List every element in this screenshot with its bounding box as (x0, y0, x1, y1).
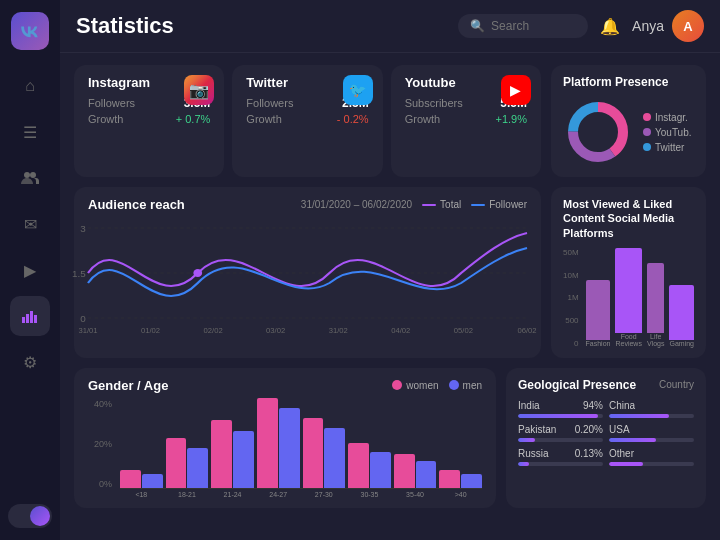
twitter-growth-row: Growth - 0.2% (246, 113, 368, 125)
instagram-growth-row: Growth + 0.7% (88, 113, 210, 125)
gender-legend: women men (392, 380, 482, 391)
geo-china-bar (609, 414, 694, 418)
bar-women-lt18 (120, 470, 141, 488)
audience-reach-card: Audience reach 31/01/2020 – 06/02/2020 T… (74, 187, 541, 358)
most-viewed-card: Most Viewed & Liked Content Social Media… (551, 187, 706, 358)
gender-header: Gender / Age women men (88, 378, 482, 393)
geo-usa-header: USA (609, 424, 694, 435)
geo-russia-pct: 0.13% (575, 448, 603, 459)
youtube-icon: ▶ (501, 75, 531, 105)
audience-chart: 3 1.5 0 31/01 01/02 02/02 03/02 (88, 218, 527, 328)
geo-grid: India 94% China (518, 400, 694, 466)
bar-label-life: Life Vlogs (647, 333, 665, 348)
geo-china: China (609, 400, 694, 418)
legend-line-follower (471, 204, 485, 206)
legend-line-total (422, 204, 436, 206)
svg-point-0 (24, 172, 30, 178)
bar-fashion: Fashion (586, 280, 611, 348)
geo-other-name: Other (609, 448, 634, 459)
most-viewed-chart: 50M10M1M5000 Fashion Food Reviews (563, 248, 694, 348)
bar-label-gaming: Gaming (669, 340, 694, 348)
search-box[interactable]: 🔍 (458, 14, 588, 38)
top-row: Instagram 📷 Followers 3.5M Growth + 0.7%… (74, 65, 706, 177)
most-viewed-title: Most Viewed & Liked Content Social Media… (563, 197, 694, 240)
geo-pakistan-bar (518, 438, 603, 442)
legend-dot-men (449, 380, 459, 390)
group-lt18 (120, 470, 163, 488)
legend-instagram: Instagr. (643, 112, 692, 123)
notification-bell-icon[interactable]: 🔔 (600, 17, 620, 36)
legend-men: men (449, 380, 482, 391)
twitter-card: Twitter 🐦 Followers 2.3M Growth - 0.2% (232, 65, 382, 177)
geo-russia-bar (518, 462, 603, 466)
instagram-card: Instagram 📷 Followers 3.5M Growth + 0.7% (74, 65, 224, 177)
xlabel-24-27: 24-27 (257, 491, 300, 498)
sidebar-item-settings[interactable]: ⚙ (10, 342, 50, 382)
user-info: Anya A (632, 10, 704, 42)
bar-women-21-24 (211, 420, 232, 488)
svg-point-16 (193, 269, 202, 277)
svg-text:1.5: 1.5 (72, 268, 86, 278)
bar-women-35-40 (394, 454, 415, 488)
sidebar-item-play[interactable]: ▶ (10, 250, 50, 290)
legend-youtube: YouTub. (643, 127, 692, 138)
geo-usa-bar (609, 438, 694, 442)
bar-life: Life Vlogs (647, 263, 665, 348)
search-input[interactable] (491, 19, 581, 33)
bar-gaming: Gaming (669, 285, 694, 348)
sidebar-item-document[interactable]: ☰ (10, 112, 50, 152)
gender-age-card: Gender / Age women men 40%2 (74, 368, 496, 508)
geo-india-pct: 94% (583, 400, 603, 411)
xlabel-18-21: 18-21 (166, 491, 209, 498)
geo-pakistan-fill (518, 438, 535, 442)
svg-text:04/02: 04/02 (391, 326, 410, 335)
geo-china-header: China (609, 400, 694, 411)
youtube-subs-label: Subscribers (405, 97, 463, 109)
geo-russia-header: Russia 0.13% (518, 448, 603, 459)
legend-label-twitter: Twitter (655, 142, 684, 153)
geo-russia-fill (518, 462, 529, 466)
sidebar-item-home[interactable]: ⌂ (10, 66, 50, 106)
sidebar-item-users[interactable] (10, 158, 50, 198)
geo-pakistan-pct: 0.20% (575, 424, 603, 435)
geo-other-header: Other (609, 448, 694, 459)
audience-chart-header: Audience reach 31/01/2020 – 06/02/2020 T… (88, 197, 527, 212)
geo-pakistan-name: Pakistan (518, 424, 556, 435)
legend-dot-twitter (643, 143, 651, 151)
sidebar-item-mail[interactable]: ✉ (10, 204, 50, 244)
instagram-growth-value: + 0.7% (176, 113, 211, 125)
group-21-24 (211, 420, 254, 488)
group-27-30 (303, 418, 346, 488)
stats-cards: Instagram 📷 Followers 3.5M Growth + 0.7%… (74, 65, 541, 177)
instagram-followers-label: Followers (88, 97, 135, 109)
bar-women-24-27 (257, 398, 278, 488)
geo-country-button[interactable]: Country (659, 379, 694, 390)
geo-india-name: India (518, 400, 540, 411)
legend-label-instagram: Instagr. (655, 112, 688, 123)
bar-men-gt40 (461, 474, 482, 488)
geo-other-fill (609, 462, 643, 466)
toggle-knob (30, 506, 50, 526)
main-content: Statistics 🔍 🔔 Anya A Instagram 📷 Follow… (60, 0, 720, 540)
bar-label-food: Food Reviews (615, 333, 641, 348)
twitter-icon: 🐦 (343, 75, 373, 105)
twitter-followers-label: Followers (246, 97, 293, 109)
avatar: A (672, 10, 704, 42)
bottom-row: Gender / Age women men 40%2 (74, 368, 706, 508)
xlabel-lt18: <18 (120, 491, 163, 498)
legend-dot-instagram (643, 113, 651, 121)
geo-india: India 94% (518, 400, 603, 418)
sidebar-item-chart[interactable] (10, 296, 50, 336)
svg-point-1 (30, 172, 36, 178)
bar-men-35-40 (416, 461, 437, 488)
bar-men-18-21 (187, 448, 208, 488)
geo-india-fill (518, 414, 598, 418)
svg-text:3: 3 (80, 223, 85, 233)
legend-women: women (392, 380, 438, 391)
audience-date-range: 31/01/2020 – 06/02/2020 (301, 199, 412, 210)
dark-mode-toggle[interactable] (8, 504, 52, 528)
platform-content: Instagr. YouTub. Twitter (563, 97, 694, 167)
group-18-21 (166, 438, 209, 488)
legend-follower: Follower (471, 199, 527, 210)
geo-usa-name: USA (609, 424, 630, 435)
